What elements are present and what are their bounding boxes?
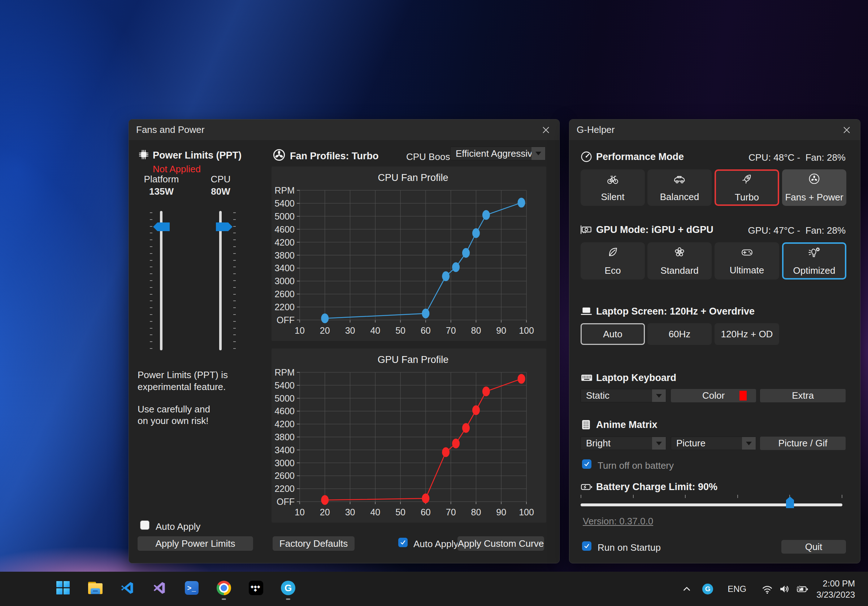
anime-battery-checkbox[interactable] <box>582 459 591 469</box>
cpu-slider-thumb[interactable] <box>216 222 232 231</box>
quit-button[interactable]: Quit <box>781 540 846 553</box>
tray-chevron-up-icon[interactable] <box>682 584 691 594</box>
platform-slider-thumb[interactable] <box>153 222 170 231</box>
keyboard-extra-button[interactable]: Extra <box>760 389 846 402</box>
gpu-button-label: Optimized <box>793 265 835 276</box>
platform-slider-track[interactable] <box>160 211 163 350</box>
gpu-button-optimized[interactable]: Optimized <box>782 242 846 279</box>
ghelper-taskbar-button[interactable]: G <box>280 580 296 596</box>
screen-button-60hz[interactable]: 60Hz <box>647 323 711 345</box>
svg-text:CPU Fan Profile: CPU Fan Profile <box>378 172 448 183</box>
mode-button-turbo[interactable]: Turbo <box>715 169 779 206</box>
battery-charging-icon[interactable] <box>796 584 808 594</box>
cpu-boost-value: Efficient Aggressive <box>456 148 537 159</box>
battery-slider-track[interactable] <box>581 504 842 506</box>
running-indicator <box>286 598 290 600</box>
svg-text:80: 80 <box>471 325 481 335</box>
gpu-button-label: Eco <box>605 265 621 276</box>
keyboard-icon <box>580 372 593 386</box>
tidal-button[interactable]: ◆◆ ◆◆ <box>248 580 264 596</box>
mode-button-fans-power[interactable]: Fans + Power <box>782 169 846 206</box>
svg-text:40: 40 <box>370 507 380 517</box>
factory-defaults-button[interactable]: Factory Defaults <box>273 536 355 551</box>
keyboard-mode-dropdown[interactable]: Static <box>581 389 666 402</box>
fan-circle-icon <box>808 173 820 188</box>
gpu-button-label: Ultimate <box>730 265 764 276</box>
svg-text:OFF: OFF <box>277 497 294 507</box>
chevron-down-icon[interactable] <box>652 389 666 402</box>
screen-button-auto[interactable]: Auto <box>581 323 645 345</box>
mode-button-silent[interactable]: Silent <box>581 169 645 206</box>
power-limits-status: Not Applied <box>153 164 201 175</box>
screen-button-120hz-od[interactable]: 120Hz + OD <box>715 323 779 345</box>
svg-text:2600: 2600 <box>274 289 294 299</box>
run-on-startup-label: Run on Startup <box>598 542 661 553</box>
mode-button-label: Silent <box>601 191 624 203</box>
tray-language[interactable]: ENG <box>727 584 746 594</box>
svg-text:3400: 3400 <box>274 263 294 273</box>
keyboard-color-button[interactable]: Color <box>671 389 756 402</box>
windows-logo-icon <box>56 581 70 595</box>
version-link[interactable]: Version: 0.37.0.0 <box>583 516 653 527</box>
cpu-slider-track[interactable] <box>219 211 222 350</box>
tray-ghelper-icon[interactable]: G <box>702 584 713 594</box>
power-auto-apply-checkbox[interactable] <box>140 521 149 530</box>
gpu-fan-chart[interactable]: GPU Fan Profile102030405060708090100OFF2… <box>271 349 546 522</box>
apply-custom-curve-button[interactable]: Apply Custom Curve <box>457 536 544 551</box>
keyboard-color-swatch <box>739 391 747 400</box>
gpu-button-label: Standard <box>660 265 699 276</box>
mode-button-balanced[interactable]: Balanced <box>647 169 711 206</box>
gpu-button-ultimate[interactable]: Ultimate <box>715 242 779 279</box>
apply-power-limits-button[interactable]: Apply Power Limits <box>138 536 253 551</box>
run-on-startup-checkbox[interactable] <box>582 541 591 551</box>
wifi-icon[interactable] <box>761 584 773 594</box>
power-limits-note-line2: experimental feature. <box>138 381 226 392</box>
anime-mode-value: Picture <box>676 438 705 449</box>
chrome-button[interactable] <box>216 580 232 596</box>
close-icon[interactable] <box>840 124 853 136</box>
volume-icon[interactable] <box>779 584 790 594</box>
svg-text:10: 10 <box>294 507 305 517</box>
svg-text:50: 50 <box>395 325 406 335</box>
visual-studio-button[interactable] <box>152 580 167 596</box>
chevron-down-icon[interactable] <box>532 147 545 160</box>
file-explorer-button[interactable] <box>87 580 103 596</box>
chevron-down-icon[interactable] <box>652 437 666 449</box>
fans-window-titlebar[interactable]: Fans and Power <box>129 119 559 140</box>
start-button[interactable] <box>55 580 71 596</box>
flower-icon <box>673 246 686 261</box>
power-limits-header: Power Limits (PPT) <box>153 150 242 161</box>
cpu-fan-chart[interactable]: CPU Fan Profile102030405060708090100OFF2… <box>271 166 546 341</box>
gpu-button-standard[interactable]: Standard <box>647 242 711 279</box>
gpu-button-eco[interactable]: Eco <box>581 242 645 279</box>
leaf-icon <box>607 246 619 261</box>
close-icon[interactable] <box>540 124 552 136</box>
cpu-boost-dropdown[interactable]: Efficient Aggressive <box>450 147 546 160</box>
vscode-button[interactable] <box>119 580 135 596</box>
vscode-icon <box>120 581 135 595</box>
svg-text:60: 60 <box>421 507 431 517</box>
svg-text:RPM: RPM <box>274 367 294 377</box>
tray-clock[interactable]: 2:00 PM 3/23/2023 <box>816 578 855 600</box>
svg-text:4200: 4200 <box>274 419 294 429</box>
chevron-down-icon[interactable] <box>742 437 756 449</box>
mode-button-label: Fans + Power <box>785 192 843 203</box>
terminal-button[interactable]: >_ <box>184 580 200 596</box>
folder-icon <box>88 582 102 594</box>
battery-limit-header: Battery Charge Limit: 90% <box>596 481 718 493</box>
battery-slider[interactable] <box>581 495 842 508</box>
anime-battery-checkbox-label: Turn off on battery <box>598 460 674 471</box>
cpu-slider-ticks <box>233 212 236 349</box>
svg-text:70: 70 <box>446 507 456 517</box>
anime-matrix-icon <box>580 418 592 433</box>
curve-auto-apply-checkbox[interactable] <box>398 538 408 547</box>
ghelper-titlebar[interactable]: G-Helper <box>569 119 860 140</box>
anime-brightness-dropdown[interactable]: Bright <box>581 437 666 450</box>
ghelper-icon: G <box>281 581 295 595</box>
svg-text:30: 30 <box>345 507 355 517</box>
anime-picture-gif-button[interactable]: Picture / Gif <box>760 437 846 450</box>
svg-text:4600: 4600 <box>274 224 294 234</box>
battery-slider-thumb[interactable] <box>786 497 794 508</box>
gpu-fan-chart-panel: GPU Fan Profile102030405060708090100OFF2… <box>271 349 546 522</box>
anime-mode-dropdown[interactable]: Picture <box>671 437 756 450</box>
